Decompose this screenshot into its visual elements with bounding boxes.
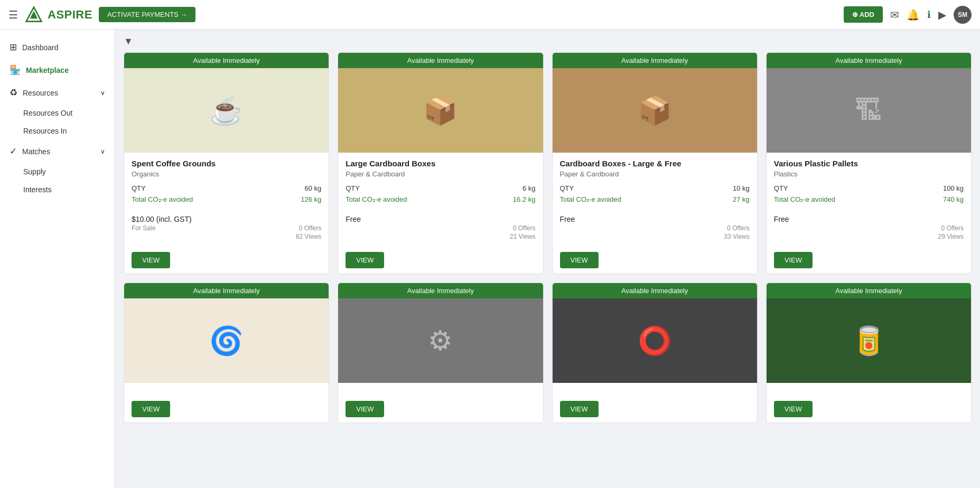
card-item: Available Immediately 🥫 VIEW [766, 283, 972, 423]
card-price-row: Free [560, 211, 750, 223]
card-meta-row: 0 Offers [560, 224, 750, 232]
card-co2-value: 16.2 kg [513, 195, 536, 203]
sidebar-label-marketplace: Marketplace [26, 66, 69, 74]
card-title: Spent Coffee Grounds [132, 159, 321, 168]
card-co2-row: Total CO₂-e avoided 27 kg [560, 195, 750, 203]
filter-icon[interactable]: ▼ [124, 36, 133, 47]
card-qty-label: QTY [560, 184, 574, 192]
card-co2-value: 740 kg [943, 195, 964, 203]
view-button[interactable]: VIEW [774, 401, 813, 417]
sidebar-item-matches[interactable]: ✓ Matches ∨ [0, 140, 115, 163]
card-price: Free [560, 215, 575, 223]
card-footer: VIEW [553, 396, 757, 423]
bell-icon[interactable]: 🔔 [907, 8, 920, 21]
card-footer: VIEW [338, 247, 543, 274]
view-button[interactable]: VIEW [132, 401, 170, 417]
card-qty-value: 6 kg [522, 184, 536, 192]
card-meta-row: 0 Offers [774, 224, 964, 232]
card-item: Available Immediately 📦 Large Cardboard … [338, 52, 543, 274]
card-body: Various Plastic Pallets Plastics QTY 100… [767, 153, 971, 247]
card-views-row: 21 Views [346, 233, 535, 240]
card-image: ⭕ [553, 298, 757, 383]
sidebar-label-resources: Resources [23, 89, 58, 97]
sidebar-item-resources-out[interactable]: Resources Out [0, 104, 115, 122]
card-category: Organics [132, 170, 321, 178]
app-layout: ⊞ Dashboard 🏪 Marketplace ♻ Resources ∨ … [0, 30, 980, 488]
card-meta-row: 0 Offers [346, 224, 535, 232]
card-body [553, 383, 757, 396]
card-co2-value: 27 kg [733, 195, 750, 203]
play-icon[interactable]: ▶ [938, 8, 946, 21]
card-views-row: 33 Views [560, 233, 750, 240]
sidebar-item-supply[interactable]: Supply [0, 163, 115, 181]
card-title: Various Plastic Pallets [774, 159, 964, 168]
card-co2-row: Total CO₂-e avoided 126 kg [132, 195, 321, 203]
card-item: Available Immediately ⚙ VIEW [338, 283, 543, 423]
card-price-row: Free [346, 211, 535, 223]
filter-row: ▼ [124, 36, 972, 47]
view-button[interactable]: VIEW [346, 252, 384, 268]
card-views-row: 82 Views [132, 233, 321, 240]
card-price: Free [774, 215, 789, 223]
card-title: Cardboard Boxes - Large & Free [560, 159, 750, 168]
card-badge: Available Immediately [767, 283, 971, 298]
card-badge: Available Immediately [124, 283, 329, 298]
card-category: Paper & Cardboard [560, 170, 750, 178]
card-views: 82 Views [296, 233, 321, 240]
card-item: Available Immediately ⭕ VIEW [552, 283, 758, 423]
matches-icon: ✓ [10, 146, 17, 157]
card-body [124, 383, 329, 396]
card-offers: 0 Offers [727, 224, 749, 232]
card-footer: VIEW [767, 247, 971, 274]
card-badge: Available Immediately [338, 53, 543, 68]
view-button[interactable]: VIEW [560, 252, 599, 268]
view-button[interactable]: VIEW [132, 252, 170, 268]
sidebar-label-resources-out: Resources Out [23, 109, 72, 117]
logo-text: ASPIRE [48, 8, 92, 22]
card-footer: VIEW [124, 247, 329, 274]
view-button[interactable]: VIEW [774, 252, 813, 268]
sidebar-item-interests[interactable]: Interests [0, 181, 115, 199]
card-item: Available Immediately 📦 Cardboard Boxes … [552, 52, 758, 274]
card-co2-value: 126 kg [301, 195, 321, 203]
logo-icon [24, 5, 43, 24]
card-badge: Available Immediately [338, 283, 543, 298]
sidebar-item-marketplace[interactable]: 🏪 Marketplace [0, 59, 115, 81]
card-qty-label: QTY [346, 184, 360, 192]
sidebar-label-resources-in: Resources In [23, 127, 67, 135]
add-button[interactable]: ⊕ ADD [844, 6, 883, 23]
card-image: ☕ [124, 68, 329, 153]
card-qty-row: QTY 60 kg [132, 184, 321, 192]
card-qty-label: QTY [132, 184, 146, 192]
view-button[interactable]: VIEW [560, 401, 599, 417]
logo: ASPIRE [24, 5, 92, 24]
card-badge: Available Immediately [553, 53, 757, 68]
mail-icon[interactable]: ✉ [890, 8, 899, 21]
card-body: Cardboard Boxes - Large & Free Paper & C… [553, 153, 757, 247]
view-button[interactable]: VIEW [346, 401, 384, 417]
sidebar-label-interests: Interests [23, 185, 52, 194]
card-category: Plastics [774, 170, 964, 178]
hamburger-menu[interactable]: ☰ [8, 8, 18, 21]
card-image: 🏗 [767, 68, 971, 153]
sidebar-item-resources[interactable]: ♻ Resources ∨ [0, 81, 115, 104]
card-item: Available Immediately 🏗 Various Plastic … [766, 52, 972, 274]
avatar[interactable]: SM [954, 6, 972, 24]
sidebar-item-dashboard[interactable]: ⊞ Dashboard [0, 36, 115, 59]
sidebar-item-resources-in[interactable]: Resources In [0, 122, 115, 140]
card-views: 21 Views [510, 233, 535, 240]
card-badge: Available Immediately [553, 283, 757, 298]
card-image: ⚙ [338, 298, 543, 383]
activate-payments-button[interactable]: ACTIVATE PAYMENTS → [99, 7, 195, 22]
card-qty-row: QTY 100 kg [774, 184, 964, 192]
card-price: Free [346, 215, 361, 223]
card-badge: Available Immediately [124, 53, 329, 68]
card-body [338, 383, 543, 396]
sidebar-label-dashboard: Dashboard [22, 43, 59, 52]
matches-chevron-icon: ∨ [100, 148, 105, 155]
sidebar-label-matches: Matches [22, 147, 50, 156]
card-price: $10.00 (incl. GST) [132, 215, 192, 223]
info-icon[interactable]: ℹ [927, 9, 931, 21]
card-price-section: Free 0 Offers 21 Views [346, 210, 535, 240]
card-footer: VIEW [124, 396, 329, 423]
